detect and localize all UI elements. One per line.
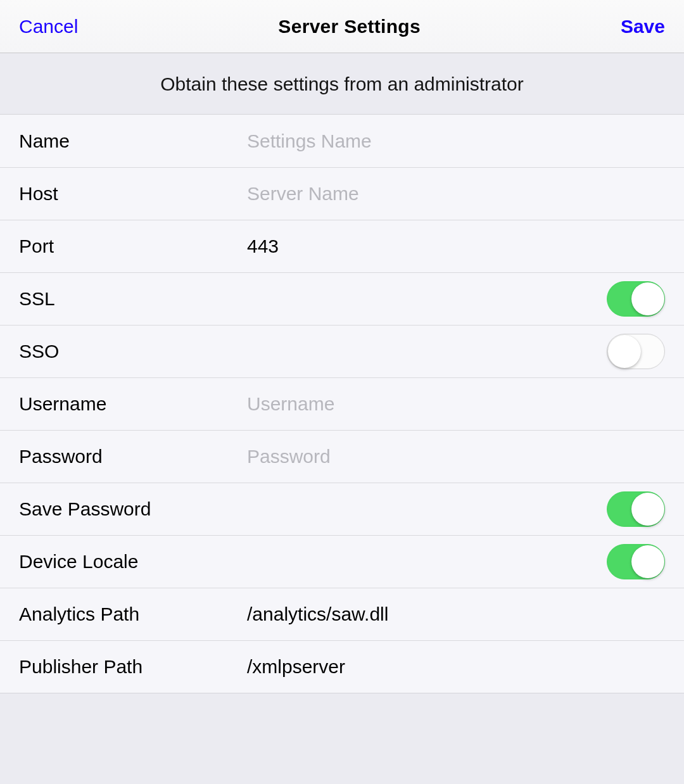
name-label: Name [19, 130, 247, 152]
name-input[interactable] [247, 130, 665, 152]
sso-toggle[interactable] [607, 334, 665, 369]
port-input[interactable] [247, 236, 665, 257]
row-device-locale: Device Locale [0, 535, 684, 588]
row-username: Username [0, 377, 684, 430]
ssl-toggle[interactable] [607, 281, 665, 317]
row-ssl: SSL [0, 272, 684, 325]
password-label: Password [19, 446, 247, 467]
save-password-label: Save Password [19, 498, 247, 520]
password-input[interactable] [247, 446, 665, 467]
publisher-path-input[interactable] [247, 656, 665, 678]
toggle-knob-icon [631, 282, 664, 315]
save-password-toggle[interactable] [607, 491, 665, 527]
analytics-path-input[interactable] [247, 604, 665, 625]
save-button[interactable]: Save [621, 16, 665, 37]
device-locale-toggle[interactable] [607, 544, 665, 579]
ssl-label: SSL [19, 288, 247, 310]
publisher-path-label: Publisher Path [19, 656, 247, 678]
navbar: Cancel Server Settings Save [0, 0, 684, 53]
toggle-knob-icon [608, 335, 641, 368]
row-name: Name [0, 115, 684, 167]
host-input[interactable] [247, 183, 665, 205]
page-title: Server Settings [278, 16, 421, 37]
row-port: Port [0, 220, 684, 272]
host-label: Host [19, 183, 247, 205]
row-publisher-path: Publisher Path [0, 640, 684, 693]
toggle-knob-icon [631, 545, 664, 578]
analytics-path-label: Analytics Path [19, 604, 247, 625]
section-header: Obtain these settings from an administra… [0, 53, 684, 115]
device-locale-label: Device Locale [19, 551, 247, 572]
row-host: Host [0, 167, 684, 220]
username-label: Username [19, 393, 247, 415]
row-sso: SSO [0, 325, 684, 377]
sso-label: SSO [19, 341, 247, 362]
settings-list: Name Host Port SSL SSO Username Password… [0, 115, 684, 693]
username-input[interactable] [247, 393, 665, 415]
cancel-button[interactable]: Cancel [19, 16, 78, 37]
row-analytics-path: Analytics Path [0, 588, 684, 640]
row-password: Password [0, 430, 684, 483]
toggle-knob-icon [631, 493, 664, 526]
row-save-password: Save Password [0, 483, 684, 535]
port-label: Port [19, 236, 247, 257]
